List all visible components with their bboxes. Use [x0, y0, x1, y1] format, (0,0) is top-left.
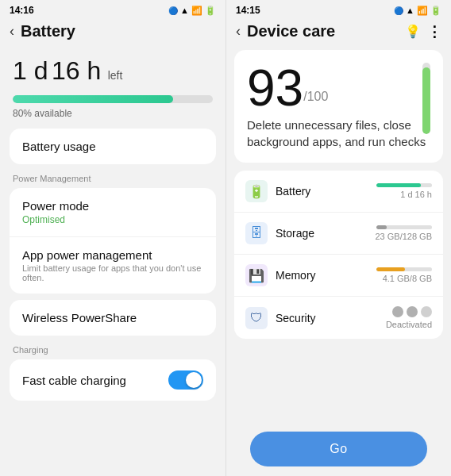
right-signal-icon: 📶 — [417, 6, 428, 16]
care-memory-name: Memory — [276, 269, 376, 282]
power-mode-title: Power mode — [22, 199, 203, 213]
battery-hours: 16 h — [52, 56, 101, 85]
more-icon[interactable]: ⋮ — [427, 23, 441, 40]
care-battery-value: 1 d 16 h — [400, 190, 432, 199]
score-card: 93/100 Delete unnecessary files, close b… — [234, 50, 443, 163]
security-dot-2 — [407, 306, 418, 317]
care-memory-row[interactable]: 💾 Memory 4.1 GB/8 GB — [234, 255, 443, 297]
care-storage-row[interactable]: 🗄 Storage 23 GB/128 GB — [234, 213, 443, 255]
care-security-right: Deactivated — [386, 306, 432, 329]
care-battery-row[interactable]: 🔋 Battery 1 d 16 h — [234, 171, 443, 213]
security-dot-3 — [421, 306, 432, 317]
care-security-icon: 🛡 — [245, 307, 268, 329]
care-security-value: Deactivated — [386, 320, 432, 329]
care-battery-info: Battery — [276, 185, 376, 198]
care-battery-right: 1 d 16 h — [376, 183, 432, 199]
fast-charging-row: Fast cable charging — [10, 359, 216, 401]
fast-charging-title: Fast cable charging — [22, 374, 126, 387]
care-memory-value: 4.1 GB/8 GB — [383, 274, 432, 283]
security-dot-1 — [392, 306, 403, 317]
go-button[interactable]: Go — [250, 432, 427, 466]
care-security-name: Security — [276, 312, 386, 324]
score-denom: /100 — [303, 90, 328, 103]
charging-label: Charging — [0, 339, 226, 356]
care-items-list: 🔋 Battery 1 d 16 h 🗄 Storage 23 GB/12 — [234, 171, 443, 339]
wireless-powershare-card[interactable]: Wireless PowerShare — [10, 300, 216, 336]
care-battery-icon: 🔋 — [245, 180, 268, 202]
go-button-container: Go — [226, 422, 451, 476]
fast-charging-toggle[interactable] — [168, 370, 203, 390]
right-status-icons: 🔵 ▲ 📶 🔋 — [394, 6, 441, 16]
score-vertical-bar — [422, 63, 430, 134]
right-time: 14:15 — [236, 5, 260, 16]
battery-available-text: 80% available — [0, 106, 226, 125]
score-value: 93 — [247, 60, 303, 117]
wifi-icon: ▲ — [180, 6, 189, 15]
left-time: 14:16 — [10, 5, 34, 16]
right-page-title: Device care — [247, 22, 335, 40]
left-status-bar: 14:16 🔵 ▲ 📶 🔋 — [0, 0, 226, 19]
app-power-management-row[interactable]: App power management Limit battery usage… — [10, 237, 216, 294]
power-management-label: Power Management — [0, 167, 226, 185]
right-status-bar: 14:15 🔵 ▲ 📶 🔋 — [226, 0, 451, 19]
score-bar-fill — [422, 67, 430, 134]
score-display: 93/100 — [247, 63, 430, 113]
battery-days: 1 d — [13, 56, 48, 85]
power-management-card: Power mode Optimised App power managemen… — [10, 188, 216, 294]
app-power-title: App power management — [22, 248, 203, 262]
battery-suffix: left — [108, 69, 123, 82]
care-storage-bar-fill — [376, 225, 387, 229]
battery-usage-title: Battery usage — [22, 140, 203, 153]
care-storage-right: 23 GB/128 GB — [375, 225, 432, 241]
signal-icon: 📶 — [191, 6, 202, 16]
app-power-desc: Limit battery usage for apps that you do… — [22, 263, 203, 282]
right-back-button[interactable]: ‹ — [236, 23, 241, 40]
right-panel: 14:15 🔵 ▲ 📶 🔋 ‹ Device care 💡 ⋮ 93/100 D… — [226, 0, 451, 476]
left-status-icons: 🔵 ▲ 📶 🔋 — [168, 6, 216, 16]
right-header-actions: 💡 ⋮ — [405, 23, 441, 40]
battery-time-display: 1 d 16 h left — [0, 47, 226, 89]
right-battery-icon: 🔋 — [430, 6, 441, 16]
wireless-powershare-title: Wireless PowerShare — [22, 311, 203, 324]
right-bluetooth-icon: 🔵 — [394, 6, 403, 15]
care-storage-bar — [376, 225, 432, 229]
care-memory-bar-fill — [376, 267, 405, 271]
fast-charging-card: Fast cable charging — [10, 359, 216, 401]
right-header: ‹ Device care 💡 ⋮ — [226, 19, 451, 47]
bulb-icon[interactable]: 💡 — [405, 24, 421, 39]
security-dots — [392, 306, 432, 317]
care-storage-icon: 🗄 — [245, 222, 268, 244]
care-memory-info: Memory — [276, 269, 376, 282]
battery-icon: 🔋 — [205, 6, 216, 16]
care-memory-bar — [376, 267, 432, 271]
battery-progress-bar — [13, 95, 213, 103]
battery-usage-card[interactable]: Battery usage — [10, 129, 216, 164]
right-wifi-icon: ▲ — [406, 6, 414, 15]
care-memory-icon: 💾 — [245, 264, 268, 286]
left-panel: 14:16 🔵 ▲ 📶 🔋 ‹ Battery 1 d 16 h left 80… — [0, 0, 226, 476]
bluetooth-icon: 🔵 — [168, 6, 178, 15]
care-battery-bar — [376, 183, 432, 187]
score-left: 93/100 Delete unnecessary files, close b… — [247, 63, 430, 150]
care-security-row[interactable]: 🛡 Security Deactivated — [234, 297, 443, 339]
left-page-title: Battery — [21, 22, 75, 40]
battery-progress-fill — [13, 95, 173, 103]
care-security-info: Security — [276, 312, 386, 324]
score-description: Delete unnecessary files, close backgrou… — [247, 117, 430, 150]
power-mode-subtitle: Optimised — [22, 214, 203, 225]
care-storage-info: Storage — [276, 227, 375, 240]
care-memory-right: 4.1 GB/8 GB — [376, 267, 432, 283]
care-storage-name: Storage — [276, 227, 375, 240]
power-mode-row[interactable]: Power mode Optimised — [10, 188, 216, 237]
care-battery-bar-fill — [376, 183, 421, 187]
left-header: ‹ Battery — [0, 19, 226, 47]
care-storage-value: 23 GB/128 GB — [375, 232, 432, 241]
left-back-button[interactable]: ‹ — [10, 23, 14, 40]
care-battery-name: Battery — [276, 185, 376, 198]
